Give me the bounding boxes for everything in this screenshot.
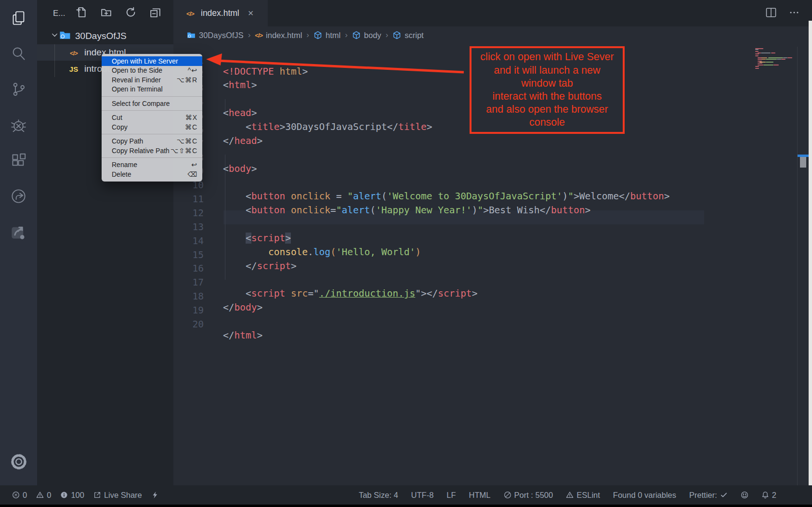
status-label: 100 bbox=[71, 491, 84, 500]
status-label: HTML bbox=[469, 491, 491, 500]
menu-item-rename[interactable]: Rename↩ bbox=[102, 160, 202, 170]
tab-label: index.html bbox=[201, 8, 239, 18]
status-item-live-server-port[interactable]: Port : 5500 bbox=[504, 491, 553, 500]
run-debug-icon[interactable] bbox=[0, 107, 37, 143]
breadcrumb-item-script[interactable]: script bbox=[393, 31, 423, 40]
menu-item-copy-path[interactable]: Copy Path⌥⌘C bbox=[102, 137, 202, 146]
breadcrumb-item-html[interactable]: html bbox=[314, 31, 341, 40]
tab-index-html[interactable]: </> index.html × bbox=[173, 0, 268, 26]
activity-bar bbox=[0, 0, 37, 485]
code-line-18: 18 </body> bbox=[173, 280, 196, 294]
status-item-prettier[interactable]: Prettier: bbox=[689, 491, 728, 500]
breadcrumb-separator: › bbox=[345, 30, 348, 40]
breadcrumb-item-30DaysOfJS[interactable]: 30DaysOfJS bbox=[187, 31, 244, 40]
explorer-icon[interactable] bbox=[0, 0, 37, 36]
extensions-icon[interactable] bbox=[0, 143, 37, 178]
status-label: Port : 5500 bbox=[514, 491, 553, 500]
status-item-eol[interactable]: LF bbox=[446, 491, 456, 500]
status-label: Tab Size: 4 bbox=[359, 491, 398, 500]
code-line-16: 16 bbox=[173, 252, 196, 266]
window-bottom-edge bbox=[0, 505, 812, 507]
annotation-box: click on open with Live Severand it will… bbox=[470, 46, 625, 134]
menu-item-cut[interactable]: Cut⌘X bbox=[102, 113, 202, 123]
chevron-down-icon bbox=[51, 31, 59, 41]
status-item-language-mode[interactable]: HTML bbox=[469, 491, 491, 500]
live-share-icon[interactable] bbox=[0, 178, 37, 214]
warning-icon bbox=[566, 491, 574, 499]
code-line-19: 19 bbox=[173, 294, 196, 308]
breadcrumb-item-body[interactable]: body bbox=[352, 31, 381, 40]
status-label: 2 bbox=[772, 491, 776, 500]
cube-icon bbox=[393, 31, 401, 39]
search-icon[interactable] bbox=[0, 36, 37, 71]
menu-divider bbox=[102, 96, 202, 97]
status-label: Found 0 variables bbox=[613, 491, 676, 500]
new-file-icon[interactable] bbox=[76, 7, 87, 20]
status-item-live-share[interactable]: Live Share bbox=[93, 491, 142, 500]
status-item-feedback[interactable] bbox=[741, 491, 748, 499]
status-item-notifications[interactable]: 2 bbox=[761, 491, 776, 500]
menu-item-open-in-terminal[interactable]: Open in Terminal bbox=[102, 85, 202, 94]
editor-tab-bar: </> index.html × bbox=[173, 0, 812, 26]
settings-gear-icon[interactable] bbox=[0, 453, 37, 471]
share-extension-icon[interactable] bbox=[0, 214, 37, 249]
code-line-15: 15 </script> bbox=[173, 238, 196, 252]
more-actions-icon[interactable] bbox=[788, 6, 800, 21]
menu-item-delete[interactable]: Delete⌫ bbox=[102, 169, 202, 179]
menu-item-reveal-in-finder[interactable]: Reveal in Finder⌥⌘R bbox=[102, 75, 202, 85]
js-file-icon: JS bbox=[67, 64, 80, 74]
status-item-info-count[interactable]: 100 bbox=[60, 491, 84, 500]
error-icon bbox=[12, 491, 20, 499]
breadcrumb-separator: › bbox=[306, 30, 309, 40]
new-folder-icon[interactable] bbox=[101, 7, 112, 20]
scrollbar-track-border bbox=[797, 47, 798, 485]
refresh-explorer-icon[interactable] bbox=[125, 7, 136, 20]
breadcrumb: 30DaysOfJS›</>index.html›html›body›scrip… bbox=[173, 26, 812, 44]
annotation-text-line: interact with the buttons bbox=[471, 90, 623, 103]
status-item-warnings-count[interactable]: 0 bbox=[36, 491, 51, 500]
code-line-17: 17 <script src="./introduction.js"></scr… bbox=[173, 266, 196, 280]
slash-icon bbox=[504, 491, 511, 499]
status-item-go-live[interactable] bbox=[151, 491, 159, 499]
status-item-variables-found[interactable]: Found 0 variables bbox=[613, 491, 676, 500]
status-item-tab-size[interactable]: Tab Size: 4 bbox=[359, 491, 398, 500]
status-label: LF bbox=[446, 491, 456, 500]
annotation-text-line: console bbox=[471, 116, 623, 129]
collapse-folders-icon[interactable] bbox=[150, 7, 161, 20]
annotation-text-line: click on open with Live Sever bbox=[471, 51, 623, 64]
code-line-20: 20 </html> bbox=[173, 308, 196, 322]
info-icon bbox=[60, 491, 68, 499]
tab-close-icon[interactable]: × bbox=[248, 8, 254, 19]
status-label: 0 bbox=[23, 491, 27, 500]
menu-item-select-for-compare[interactable]: Select for Compare bbox=[102, 99, 202, 108]
background-window-edge bbox=[809, 21, 812, 485]
html-icon: </> bbox=[255, 32, 262, 39]
code-line-14: 14 console.log('Hello, World') bbox=[173, 224, 196, 238]
split-editor-icon[interactable] bbox=[765, 6, 777, 21]
bell-icon bbox=[761, 491, 769, 499]
source-control-icon[interactable] bbox=[0, 71, 37, 107]
status-item-encoding[interactable]: UTF-8 bbox=[411, 491, 434, 500]
html-file-icon: </> bbox=[184, 8, 196, 18]
status-item-errors-count[interactable]: 0 bbox=[12, 491, 27, 500]
code-line-12: 12 bbox=[173, 196, 196, 210]
scrollbar-thumb[interactable] bbox=[800, 157, 806, 168]
status-label: Live Share bbox=[104, 491, 142, 500]
tree-folder-30DaysOfJS[interactable]: 30DaysOfJS bbox=[37, 28, 173, 44]
tree-indent-guide bbox=[54, 44, 55, 77]
breadcrumb-separator: › bbox=[248, 30, 251, 40]
smiley-icon bbox=[741, 491, 748, 499]
vscode-window: E... 30DaysOfJS</> index.htmlJS introduc… bbox=[0, 0, 812, 507]
menu-item-copy[interactable]: Copy⌘C bbox=[102, 122, 202, 132]
menu-item-open-with-live-server[interactable]: Open with Live Server bbox=[102, 56, 202, 66]
status-item-eslint[interactable]: ESLint bbox=[566, 491, 600, 500]
code-line-13: 13 <script> bbox=[173, 210, 196, 224]
status-label: Prettier: bbox=[689, 491, 717, 500]
breadcrumb-item-index.html[interactable]: </>index.html bbox=[255, 31, 302, 40]
cube-icon bbox=[314, 31, 322, 39]
explorer-header: E... bbox=[37, 0, 173, 26]
menu-divider bbox=[102, 110, 202, 111]
menu-item-open-to-the-side[interactable]: Open to the Side^↩ bbox=[102, 66, 202, 76]
annotation-text-line: and it will launch a new bbox=[471, 64, 623, 77]
menu-item-copy-relative-path[interactable]: Copy Relative Path⌥⇧⌘C bbox=[102, 146, 202, 156]
